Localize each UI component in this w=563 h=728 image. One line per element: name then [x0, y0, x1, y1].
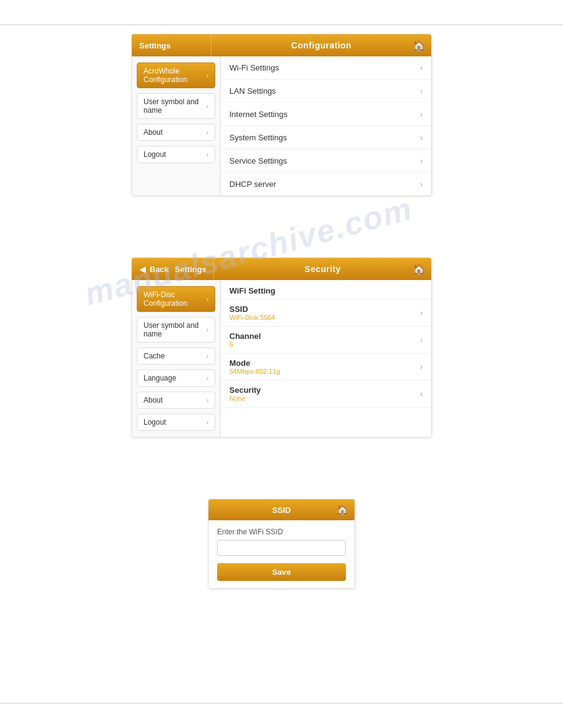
chevron-icon: ›	[420, 180, 423, 189]
ssid-panel: SSID 🏠 Enter the WiFi SSID Save	[208, 499, 355, 589]
security-panel-header: ◀ Back Settings Security 🏠	[132, 258, 431, 280]
channel-label: Channel	[229, 332, 261, 341]
sidebar-language-label: Language	[144, 374, 176, 382]
chevron-icon: ›	[420, 309, 423, 317]
lan-label: LAN Settings	[229, 86, 276, 96]
menu-item-wifi[interactable]: Wi-Fi Settings ›	[221, 56, 431, 80]
service-label: Service Settings	[229, 156, 287, 165]
security-value: None	[229, 395, 245, 402]
sidebar-cache-label: Cache	[144, 352, 165, 360]
ssid-label: SSID	[229, 305, 248, 314]
ssid-panel-body: Enter the WiFi SSID Save	[209, 520, 354, 588]
header-back-settings-section: ◀ Back Settings	[132, 258, 214, 280]
chevron-icon: ›	[207, 419, 209, 426]
header-security-section: Security 🏠	[214, 258, 431, 280]
security-sidebar: WiFi-Disc Configuration › User symbol an…	[132, 280, 221, 437]
chevron-icon: ›	[207, 72, 209, 79]
wifi-label: Wi-Fi Settings	[229, 63, 279, 72]
panel-body: AcroWhole Configuration › User symbol an…	[132, 56, 431, 195]
wifi-menu-ssid[interactable]: SSID WiFi-Disk 5564 ›	[221, 300, 431, 327]
header-settings-section: Settings	[132, 34, 212, 56]
wifi-settings-menu: WiFi Setting SSID WiFi-Disk 5564 › Chann…	[221, 280, 431, 437]
security-panel-body: WiFi-Disc Configuration › User symbol an…	[132, 280, 431, 437]
menu-item-service[interactable]: Service Settings ›	[221, 150, 431, 173]
menu-item-dhcp[interactable]: DHCP server ›	[221, 173, 431, 195]
configuration-menu: Wi-Fi Settings › LAN Settings › Internet…	[221, 56, 431, 195]
system-label: System Settings	[229, 133, 287, 142]
sidebar-item-wifidisc[interactable]: WiFi-Disc Configuration ›	[137, 286, 215, 312]
wifi-setting-header: WiFi Setting	[221, 280, 431, 300]
back-label: Back	[150, 265, 169, 274]
top-divider	[0, 25, 563, 25]
chevron-icon: ›	[420, 134, 423, 142]
dhcp-label: DHCP server	[229, 180, 276, 189]
chevron-icon: ›	[207, 296, 209, 303]
menu-item-lan[interactable]: LAN Settings ›	[221, 80, 431, 103]
ssid-input[interactable]	[217, 540, 346, 556]
home-icon[interactable]: 🏠	[413, 264, 425, 275]
sidebar-item-acrowhole[interactable]: AcroWhole Configuration ›	[137, 63, 215, 88]
ssid-panel-header: SSID 🏠	[209, 499, 354, 520]
bottom-divider	[0, 703, 563, 703]
chevron-icon: ›	[420, 157, 423, 165]
sidebar-user-label: User symbol and name	[144, 321, 207, 338]
chevron-icon: ›	[420, 64, 423, 72]
ssid-value: WiFi-Disk 5564	[229, 314, 275, 321]
wifi-menu-channel[interactable]: Channel 6 ›	[221, 327, 431, 354]
ssid-panel-title: SSID	[272, 506, 291, 515]
configuration-title: Configuration	[291, 40, 351, 50]
back-icon[interactable]: ◀	[139, 264, 146, 274]
mode-value: 54Mbps-802.11g	[229, 368, 280, 375]
chevron-icon: ›	[207, 375, 209, 382]
chevron-icon: ›	[420, 363, 423, 371]
security-label: Security	[229, 385, 261, 395]
sidebar-item-logout2[interactable]: Logout ›	[137, 414, 215, 431]
sidebar-item-user-symbol[interactable]: User symbol and name ›	[137, 93, 215, 119]
sidebar-acrowhole-label: AcroWhole Configuration	[144, 67, 207, 84]
sidebar-item-language[interactable]: Language ›	[137, 370, 215, 387]
sidebar-item-about2[interactable]: About ›	[137, 392, 215, 409]
header-configuration-section: Configuration 🏠	[212, 34, 431, 56]
sidebar-about2-label: About	[144, 396, 163, 404]
chevron-icon: ›	[420, 336, 423, 344]
chevron-icon: ›	[207, 353, 209, 360]
settings-label2: Settings	[175, 265, 206, 274]
configuration-panel-header: Settings Configuration 🏠	[132, 34, 431, 56]
sidebar-logout2-label: Logout	[144, 418, 166, 427]
channel-value: 6	[229, 341, 233, 348]
sidebar-item-cache[interactable]: Cache ›	[137, 347, 215, 365]
sidebar-item-about[interactable]: About ›	[137, 124, 215, 141]
settings-label: Settings	[139, 41, 170, 50]
sidebar-item-logout[interactable]: Logout ›	[137, 146, 215, 163]
save-button[interactable]: Save	[217, 563, 346, 581]
security-panel: ◀ Back Settings Security 🏠 WiFi-Disc Con…	[131, 257, 432, 438]
settings-sidebar: AcroWhole Configuration › User symbol an…	[132, 56, 221, 195]
sidebar-logout-label: Logout	[144, 150, 166, 159]
menu-item-internet[interactable]: Internet Settings ›	[221, 103, 431, 126]
chevron-icon: ›	[420, 87, 423, 96]
sidebar-item-user-symbol2[interactable]: User symbol and name ›	[137, 317, 215, 343]
menu-item-system[interactable]: System Settings ›	[221, 126, 431, 150]
wifi-menu-mode[interactable]: Mode 54Mbps-802.11g ›	[221, 354, 431, 381]
home-icon[interactable]: 🏠	[413, 40, 425, 51]
sidebar-user-symbol-label: User symbol and name	[144, 97, 207, 115]
chevron-icon: ›	[207, 327, 209, 333]
chevron-icon: ›	[207, 397, 209, 404]
security-title: Security	[305, 264, 341, 274]
wifi-menu-security[interactable]: Security None ›	[221, 381, 431, 408]
configuration-panel: Settings Configuration 🏠 AcroWhole Confi…	[131, 34, 432, 196]
sidebar-wifidisc-label: WiFi-Disc Configuration	[144, 290, 207, 308]
ssid-input-label: Enter the WiFi SSID	[217, 528, 346, 536]
chevron-icon: ›	[420, 390, 423, 398]
sidebar-about-label: About	[144, 128, 163, 137]
mode-label: Mode	[229, 358, 250, 368]
internet-label: Internet Settings	[229, 110, 288, 119]
chevron-icon: ›	[207, 103, 209, 110]
chevron-icon: ›	[207, 151, 209, 158]
home-icon[interactable]: 🏠	[337, 504, 348, 515]
chevron-icon: ›	[420, 110, 423, 119]
chevron-icon: ›	[207, 129, 209, 136]
